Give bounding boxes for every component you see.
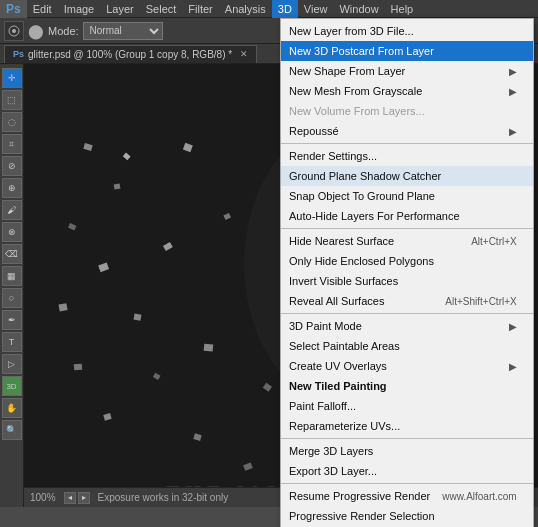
mode-label: Mode: — [48, 25, 79, 37]
submenu-arrow-icon: ▶ — [509, 321, 517, 332]
svg-rect-14 — [204, 344, 214, 352]
menu-item-label: Progressive Render Selection — [289, 510, 435, 522]
menu-item-label: New Tiled Painting — [289, 380, 387, 392]
tool-path[interactable]: ▷ — [2, 354, 22, 374]
menu-item-label: Only Hide Enclosed Polygons — [289, 255, 434, 267]
menu-item-label: New 3D Postcard From Layer — [289, 45, 434, 57]
menu-item-label: Paint Falloff... — [289, 400, 356, 412]
mode-select[interactable]: Normal — [83, 22, 163, 40]
menu-select[interactable]: Select — [140, 0, 183, 18]
menu-separator — [281, 438, 533, 439]
tool-clone[interactable]: ⊗ — [2, 222, 22, 242]
menu-help[interactable]: Help — [385, 0, 420, 18]
menu-item-reveal-all-surfaces[interactable]: Reveal All SurfacesAlt+Shift+Ctrl+X — [281, 291, 533, 311]
left-panel: ✛ ⬚ ◌ ⌗ ⊘ ⊕ 🖌 ⊗ ⌫ ▦ ○ ✒ T ▷ 3D ✋ 🔍 — [0, 64, 24, 507]
menu-separator — [281, 143, 533, 144]
menu-item-label: New Shape From Layer — [289, 65, 405, 77]
tool-brush[interactable]: 🖌 — [2, 200, 22, 220]
tool-crop[interactable]: ⌗ — [2, 134, 22, 154]
tool-gradient[interactable]: ▦ — [2, 266, 22, 286]
menu-edit[interactable]: Edit — [27, 0, 58, 18]
menu-item-label: Create UV Overlays — [289, 360, 387, 372]
tab-filename: glitter.psd @ 100% (Group 1 copy 8, RGB/… — [28, 49, 232, 60]
menu-item-3d-paint-mode[interactable]: 3D Paint Mode▶ — [281, 316, 533, 336]
tool-marquee[interactable]: ⬚ — [2, 90, 22, 110]
menu-item-snap-object-ground[interactable]: Snap Object To Ground Plane — [281, 186, 533, 206]
menu-item-select-paintable-areas[interactable]: Select Paintable Areas — [281, 336, 533, 356]
menu-bar: Ps Edit Image Layer Select Filter Analys… — [0, 0, 538, 18]
tool-move[interactable]: ✛ — [2, 68, 22, 88]
menu-item-repousse[interactable]: Repoussé▶ — [281, 121, 533, 141]
tool-options-icon[interactable]: ⬤ — [28, 23, 44, 39]
menu-item-label: Reveal All Surfaces — [289, 295, 384, 307]
menu-ps[interactable]: Ps — [0, 0, 27, 18]
menu-item-label: Snap Object To Ground Plane — [289, 190, 435, 202]
menu-item-merge-3d-layers[interactable]: Merge 3D Layers — [281, 441, 533, 461]
zoom-level: 100% — [30, 492, 56, 503]
menu-separator — [281, 228, 533, 229]
menu-item-new-tiled-painting[interactable]: New Tiled Painting — [281, 376, 533, 396]
tool-eraser[interactable]: ⌫ — [2, 244, 22, 264]
document-tab[interactable]: Ps glitter.psd @ 100% (Group 1 copy 8, R… — [4, 45, 257, 63]
tool-zoom[interactable]: 🔍 — [2, 420, 22, 440]
submenu-arrow-icon: ▶ — [509, 86, 517, 97]
menu-item-progressive-render-selection[interactable]: Progressive Render Selection — [281, 506, 533, 526]
menu-item-label: Select Paintable Areas — [289, 340, 400, 352]
menu-shortcut: www.Alfoart.com — [442, 491, 516, 502]
tool-3d-rotate[interactable]: 3D — [2, 376, 22, 396]
status-nav: ◂ ▸ — [64, 492, 90, 504]
menu-item-new-layer-3d[interactable]: New Layer from 3D File... — [281, 21, 533, 41]
nav-right-btn[interactable]: ▸ — [78, 492, 90, 504]
menu-item-label: Auto-Hide Layers For Performance — [289, 210, 460, 222]
brush-tool-icon[interactable] — [4, 21, 24, 41]
tool-text[interactable]: T — [2, 332, 22, 352]
svg-rect-5 — [114, 184, 121, 190]
menu-item-label: Merge 3D Layers — [289, 445, 373, 457]
menu-item-label: New Mesh From Grayscale — [289, 85, 422, 97]
menu-item-paint-falloff[interactable]: Paint Falloff... — [281, 396, 533, 416]
menu-item-export-3d-layer[interactable]: Export 3D Layer... — [281, 461, 533, 481]
tool-hand[interactable]: ✋ — [2, 398, 22, 418]
tab-close-icon[interactable]: ✕ — [240, 49, 248, 59]
menu-item-label: Invert Visible Surfaces — [289, 275, 398, 287]
menu-item-label: Render Settings... — [289, 150, 377, 162]
menu-item-label: New Layer from 3D File... — [289, 25, 414, 37]
submenu-arrow-icon: ▶ — [509, 126, 517, 137]
dropdown-menu-list: New Layer from 3D File...New 3D Postcard… — [280, 18, 534, 527]
menu-item-resume-progressive-render[interactable]: Resume Progressive Renderwww.Alfoart.com — [281, 486, 533, 506]
menu-item-label: Repoussé — [289, 125, 339, 137]
menu-item-render-settings[interactable]: Render Settings... — [281, 146, 533, 166]
menu-analysis[interactable]: Analysis — [219, 0, 272, 18]
menu-view[interactable]: View — [298, 0, 334, 18]
menu-item-new-3d-postcard[interactable]: New 3D Postcard From Layer — [281, 41, 533, 61]
menu-3d[interactable]: 3D — [272, 0, 298, 18]
tool-pen[interactable]: ✒ — [2, 310, 22, 330]
tool-heal[interactable]: ⊕ — [2, 178, 22, 198]
menu-item-new-shape-layer[interactable]: New Shape From Layer▶ — [281, 61, 533, 81]
menu-item-label: Resume Progressive Render — [289, 490, 430, 502]
tool-lasso[interactable]: ◌ — [2, 112, 22, 132]
menu-item-label: Export 3D Layer... — [289, 465, 377, 477]
dropdown-3d-menu: New Layer from 3D File...New 3D Postcard… — [280, 18, 534, 527]
menu-item-label: Ground Plane Shadow Catcher — [289, 170, 441, 182]
menu-item-auto-hide-layers[interactable]: Auto-Hide Layers For Performance — [281, 206, 533, 226]
svg-point-1 — [12, 29, 16, 33]
menu-shortcut: Alt+Ctrl+X — [471, 236, 517, 247]
menu-item-reparameterize-uvs[interactable]: Reparameterize UVs... — [281, 416, 533, 436]
menu-image[interactable]: Image — [58, 0, 101, 18]
menu-filter[interactable]: Filter — [182, 0, 218, 18]
menu-item-new-mesh-grayscale[interactable]: New Mesh From Grayscale▶ — [281, 81, 533, 101]
menu-item-create-uv-overlays[interactable]: Create UV Overlays▶ — [281, 356, 533, 376]
tool-eyedropper[interactable]: ⊘ — [2, 156, 22, 176]
submenu-arrow-icon: ▶ — [509, 361, 517, 372]
menu-window[interactable]: Window — [333, 0, 384, 18]
nav-left-btn[interactable]: ◂ — [64, 492, 76, 504]
menu-item-invert-visible[interactable]: Invert Visible Surfaces — [281, 271, 533, 291]
menu-item-hide-nearest-surface[interactable]: Hide Nearest SurfaceAlt+Ctrl+X — [281, 231, 533, 251]
tool-dodge[interactable]: ○ — [2, 288, 22, 308]
menu-separator — [281, 313, 533, 314]
menu-item-new-volume-layers: New Volume From Layers... — [281, 101, 533, 121]
menu-item-ground-plane-shadow[interactable]: Ground Plane Shadow Catcher — [281, 166, 533, 186]
menu-item-only-hide-enclosed[interactable]: Only Hide Enclosed Polygons — [281, 251, 533, 271]
menu-layer[interactable]: Layer — [100, 0, 140, 18]
